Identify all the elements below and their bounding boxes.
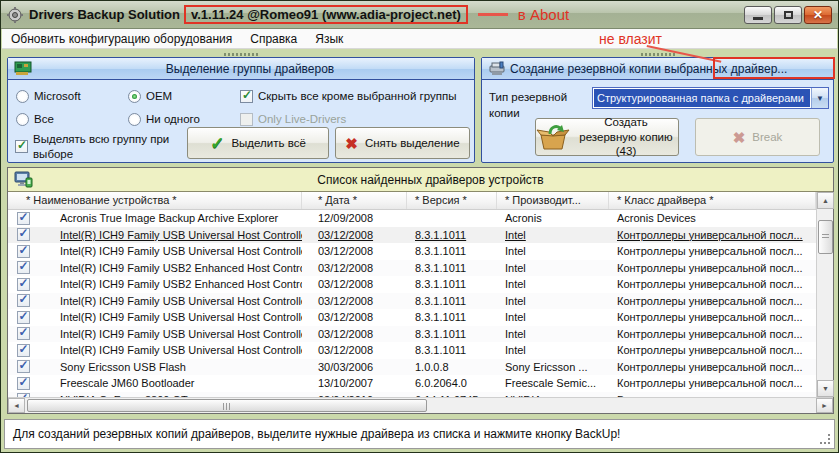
scroll-down-button[interactable]: ▼ — [817, 380, 834, 397]
table-row[interactable]: ✓Intel(R) ICH9 Family USB Universal Host… — [8, 342, 816, 359]
radio-all-label: Все — [34, 113, 54, 126]
table-row[interactable]: ✓Intel(R) ICH9 Family USB Universal Host… — [8, 243, 816, 260]
row-driver-class: Acronis Devices — [609, 212, 816, 224]
radio-circle — [128, 113, 141, 126]
row-checkbox[interactable]: ✓ — [17, 261, 30, 274]
combobox-dropdown-button[interactable]: ▼ — [811, 88, 828, 108]
row-version: 8.3.1.1011 — [407, 344, 497, 356]
backup-box-icon — [536, 123, 570, 151]
row-version: 8.3.1.1011 — [407, 262, 497, 274]
row-checkbox[interactable]: ✓ — [17, 377, 30, 390]
horizontal-scrollbar-thumb[interactable] — [27, 399, 427, 412]
column-header-device-name[interactable]: * Наименование устройства * — [8, 192, 302, 209]
table-row[interactable]: ✓Intel(R) ICH9 Family USB2 Enhanced Host… — [8, 260, 816, 277]
row-driver-class: Контроллеры универсальной посл... — [609, 278, 816, 290]
row-date: 30/03/2006 — [302, 361, 407, 373]
deselect-button[interactable]: ✖ Снять выделение — [335, 127, 470, 159]
row-checkbox[interactable]: ✓ — [17, 294, 30, 307]
row-manufacturer: Intel — [497, 311, 609, 323]
scroll-left-button[interactable]: ◄ — [8, 398, 25, 413]
check-icon: ✓ — [19, 377, 29, 389]
scroll-right-button[interactable]: ► — [816, 398, 833, 413]
row-checkbox[interactable]: ✓ — [17, 360, 30, 373]
horizontal-scrollbar[interactable]: ◄ ► — [8, 397, 833, 413]
device-list-icon — [14, 171, 34, 188]
radio-none[interactable]: Ни одного — [128, 113, 200, 126]
driver-table-title-bar: Список найденных драйверов устройств — [8, 168, 833, 192]
close-button[interactable]: ✕ — [804, 6, 832, 24]
scroll-up-button[interactable]: ▲ — [817, 192, 834, 209]
checkbox-select-whole-group[interactable]: ✓ Выделять всю группу при выборе — [15, 132, 183, 162]
check-icon: ✓ — [19, 311, 29, 323]
row-checkbox[interactable]: ✓ — [17, 278, 30, 291]
table-row[interactable]: ✓Intel(R) ICH9 Family USB Universal Host… — [8, 227, 816, 244]
row-checkbox[interactable]: ✓ — [17, 212, 30, 225]
menu-refresh-config[interactable]: Обновить конфигурацию оборудования — [2, 30, 241, 48]
row-checkbox-cell: ✓ — [8, 261, 38, 274]
table-row[interactable]: ✓Freescale JM60 Bootloader13/10/20076.0.… — [8, 375, 816, 392]
panel-grip — [641, 53, 675, 56]
green-check-icon: ✓ — [210, 135, 224, 152]
backup-device-icon — [488, 61, 506, 76]
window-title: Drivers Backup Solution — [29, 7, 180, 22]
checkbox-select-whole-group-label: Выделять всю группу при выборе — [33, 132, 183, 162]
checkbox-box: ✓ — [240, 90, 253, 103]
table-header-row: * Наименование устройства * * Дата * * В… — [8, 192, 816, 210]
column-header-manufacturer[interactable]: * Производит... — [497, 192, 609, 209]
row-manufacturer: Acronis — [497, 212, 609, 224]
row-device-name: Intel(R) ICH9 Family USB Universal Host … — [38, 295, 302, 307]
checkbox-only-live-drivers-label: Only Live-Drivers — [258, 113, 346, 126]
minimize-button[interactable] — [744, 6, 772, 24]
table-row[interactable]: ✓Intel(R) ICH9 Family USB Universal Host… — [8, 326, 816, 343]
title-bar: Drivers Backup Solution v.1.11.24 @Romeo… — [1, 1, 838, 29]
app-window: Drivers Backup Solution v.1.11.24 @Romeo… — [0, 0, 839, 453]
row-manufacturer: Freescale Semic... — [497, 377, 609, 389]
red-cross-icon: ✖ — [345, 136, 358, 151]
column-header-driver-class[interactable]: * Класс драйвера * — [609, 192, 816, 209]
row-driver-class: Контроллеры универсальной посл... — [609, 229, 816, 241]
radio-microsoft-label: Microsoft — [34, 90, 81, 103]
radio-circle — [128, 90, 141, 103]
table-row[interactable]: ✓Acronis True Image Backup Archive Explo… — [8, 210, 816, 227]
row-device-name: Intel(R) ICH9 Family USB2 Enhanced Host … — [38, 278, 302, 290]
row-version: 8.3.1.1011 — [407, 295, 497, 307]
panel-grip — [224, 53, 258, 56]
vertical-scrollbar[interactable]: ▲ ▼ — [816, 192, 833, 397]
checkbox-hide-others[interactable]: ✓ Скрыть все кроме выбранной группы — [240, 90, 457, 103]
table-row[interactable]: ✓Intel(R) ICH9 Family USB2 Enhanced Host… — [8, 276, 816, 293]
row-checkbox[interactable]: ✓ — [17, 228, 30, 241]
backup-type-selected-value: Структурированная папка с драйверами — [594, 89, 810, 107]
menu-language[interactable]: Язык — [306, 30, 352, 48]
menu-help[interactable]: Справка — [241, 30, 306, 48]
select-all-button[interactable]: ✓ Выделить всё — [187, 127, 329, 159]
radio-oem[interactable]: OEM — [128, 90, 172, 103]
driver-table-body: ✓Acronis True Image Backup Archive Explo… — [8, 210, 816, 397]
row-checkbox[interactable]: ✓ — [17, 245, 30, 258]
radio-all[interactable]: Все — [16, 113, 54, 126]
table-row[interactable]: ✓Sony Ericsson USB Flash30/03/20061.0.0.… — [8, 359, 816, 376]
row-checkbox[interactable]: ✓ — [17, 327, 30, 340]
vertical-scrollbar-thumb[interactable] — [818, 220, 833, 254]
row-version: 8.3.1.1011 — [407, 328, 497, 340]
deselect-button-label: Снять выделение — [365, 137, 460, 149]
create-backup-button-label: Создать резервную копию (43) — [574, 115, 678, 158]
row-checkbox[interactable]: ✓ — [17, 344, 30, 357]
column-header-version[interactable]: * Версия * — [407, 192, 497, 209]
row-version: 8.3.1.1011 — [407, 311, 497, 323]
row-date: 03/12/2008 — [302, 328, 407, 340]
radio-none-label: Ни одного — [146, 113, 200, 126]
pci-card-icon — [14, 61, 32, 76]
table-row[interactable]: ✓Intel(R) ICH9 Family USB Universal Host… — [8, 309, 816, 326]
row-checkbox[interactable]: ✓ — [17, 311, 30, 324]
column-header-date[interactable]: * Дата * — [302, 192, 407, 209]
resize-grip[interactable] — [820, 434, 831, 445]
row-device-name: Intel(R) ICH9 Family USB Universal Host … — [38, 229, 302, 241]
break-button: ✖ Break — [695, 118, 820, 156]
maximize-button[interactable] — [774, 6, 802, 24]
table-row[interactable]: ✓Intel(R) ICH9 Family USB Universal Host… — [8, 293, 816, 310]
create-backup-button[interactable]: Создать резервную копию (43) — [535, 118, 679, 156]
row-date: 03/12/2008 — [302, 311, 407, 323]
backup-type-combobox[interactable]: Структурированная папка с драйверами ▼ — [592, 87, 829, 109]
selection-panel-header: Выделение группы драйверов — [8, 58, 474, 80]
radio-microsoft[interactable]: Microsoft — [16, 90, 81, 103]
